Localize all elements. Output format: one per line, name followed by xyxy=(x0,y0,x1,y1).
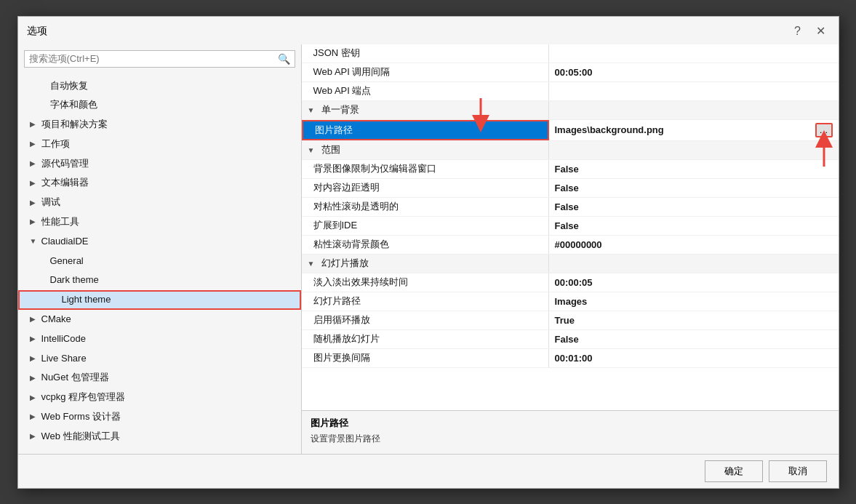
prop-row-6[interactable]: 背景图像限制为仅编辑器窗口False xyxy=(302,160,839,179)
prop-value-text: Images xyxy=(555,296,588,307)
prop-value: False xyxy=(549,217,839,235)
tree-item-label: 文本编辑器 xyxy=(41,175,89,191)
tree-item-webforms[interactable]: ▶Web Forms 设计器 xyxy=(18,407,301,427)
tree-item-label: 字体和颜色 xyxy=(50,97,97,113)
category-text: 单一背景 xyxy=(321,103,359,116)
tree-item-label: IntelliCode xyxy=(41,332,86,347)
prop-row-8[interactable]: 对粘性滚动是透明的False xyxy=(302,198,839,217)
prop-row-10[interactable]: 粘性滚动背景颜色#00000000 xyxy=(302,236,839,255)
tree-panel: 自动恢复字体和颜色▶项目和解决方案▶工作项▶源代码管理▶文本编辑器▶调试▶性能工… xyxy=(18,73,301,454)
prop-row-13[interactable]: 幻灯片路径Images xyxy=(302,292,839,311)
tree-item-intellicode[interactable]: ▶IntelliCode xyxy=(18,329,301,349)
tree-item-live-share[interactable]: ▶Live Share xyxy=(18,349,301,369)
tree-arrow: ▶ xyxy=(30,411,39,423)
prop-value-text: False xyxy=(555,183,579,193)
prop-row-12[interactable]: 淡入淡出效果持续时间00:00:05 xyxy=(302,273,839,292)
category-label: ▼范围 xyxy=(302,141,549,159)
category-text: 幻灯片播放 xyxy=(321,257,369,270)
tree-item-general[interactable]: General xyxy=(18,252,301,271)
tree-item-auto-restore[interactable]: 自动恢复 xyxy=(18,76,301,96)
tree-item-nuget[interactable]: ▶NuGet 包管理器 xyxy=(18,368,301,388)
tree-item-webperf[interactable]: ▶Web 性能测试工具 xyxy=(18,427,301,447)
prop-value: False xyxy=(549,330,839,348)
tree-item-label: 项目和解决方案 xyxy=(41,117,108,132)
prop-value: 00:01:00 xyxy=(549,349,839,367)
prop-value-text: #00000000 xyxy=(555,239,602,250)
tree-item-work-items[interactable]: ▶工作项 xyxy=(18,135,301,154)
tree-item-source-control[interactable]: ▶源代码管理 xyxy=(18,154,301,174)
tree-item-claudiaide[interactable]: ▼ClaudialDE xyxy=(18,232,301,252)
prop-value-text: False xyxy=(555,334,579,345)
tree-arrow: ▶ xyxy=(30,197,39,209)
tree-item-project-solution[interactable]: ▶项目和解决方案 xyxy=(18,115,301,135)
prop-row-1[interactable]: Web API 调用间隔00:05:00 xyxy=(302,63,839,82)
prop-row-4[interactable]: 图片路径Images\background.png… xyxy=(302,120,839,141)
dialog-title: 选项 xyxy=(27,25,47,38)
search-icon: 🔍 xyxy=(278,53,290,65)
prop-value-text: False xyxy=(555,220,579,231)
tree-item-label: General xyxy=(50,254,84,269)
help-button[interactable]: ? xyxy=(789,23,807,40)
tree-item-cmake[interactable]: ▶CMake xyxy=(18,310,301,329)
prop-row-11[interactable]: ▼幻灯片播放 xyxy=(302,255,839,273)
prop-label: 随机播放幻灯片 xyxy=(302,330,549,348)
dialog-footer: 确定 取消 xyxy=(18,454,839,488)
tree-item-light-theme[interactable]: Light theme xyxy=(18,290,301,310)
prop-value: True xyxy=(549,311,839,329)
collapse-arrow: ▼ xyxy=(308,106,315,114)
collapse-arrow: ▼ xyxy=(308,260,315,268)
tree-item-perf-tools[interactable]: ▶性能工具 xyxy=(18,212,301,232)
tree-item-text-editor[interactable]: ▶文本编辑器 xyxy=(18,173,301,193)
prop-row-16[interactable]: 图片更换间隔00:01:00 xyxy=(302,349,839,368)
info-title: 图片路径 xyxy=(311,417,830,430)
prop-row-9[interactable]: 扩展到IDEFalse xyxy=(302,217,839,236)
prop-label: 淡入淡出效果持续时间 xyxy=(302,273,549,292)
tree-item-debug[interactable]: ▶调试 xyxy=(18,193,301,212)
search-box[interactable]: 🔍 xyxy=(24,50,295,68)
prop-value: 00:00:05 xyxy=(549,273,839,292)
prop-row-7[interactable]: 对内容边距透明False xyxy=(302,179,839,198)
tree-item-label: Web 性能测试工具 xyxy=(41,429,120,444)
tree-item-label: 工作项 xyxy=(41,137,70,152)
tree-item-label: 性能工具 xyxy=(41,215,79,230)
tree-arrow: ▶ xyxy=(30,333,39,345)
tree-arrow: ▶ xyxy=(30,372,39,384)
prop-row-0[interactable]: JSON 密钥 xyxy=(302,44,839,63)
left-panel: 🔍 自动恢复字体和颜色▶项目和解决方案▶工作项▶源代码管理▶文本编辑器▶调试▶性… xyxy=(18,44,302,454)
tree-item-label: Web Forms 设计器 xyxy=(41,409,121,425)
prop-row-5[interactable]: ▼范围 xyxy=(302,141,839,160)
tree-item-vcpkg[interactable]: ▶vcpkg 程序包管理器 xyxy=(18,388,301,407)
tree-item-dark-theme[interactable]: Dark theme xyxy=(18,271,301,290)
category-text: 范围 xyxy=(321,143,340,156)
prop-value: False xyxy=(549,198,839,216)
prop-row-3[interactable]: ▼单一背景 xyxy=(302,101,839,120)
prop-label: Web API 调用间隔 xyxy=(302,63,549,81)
cancel-button[interactable]: 取消 xyxy=(769,460,827,482)
prop-value-text: 00:00:05 xyxy=(555,277,593,288)
prop-value-text: 00:01:00 xyxy=(555,353,593,364)
prop-value: False xyxy=(549,160,839,178)
tree-arrow: ▶ xyxy=(30,313,39,325)
prop-row-2[interactable]: Web API 端点 xyxy=(302,82,839,101)
prop-value[interactable]: Images\background.png… xyxy=(549,120,839,140)
props-area[interactable]: JSON 密钥Web API 调用间隔00:05:00Web API 端点▼单一… xyxy=(302,44,839,410)
prop-row-15[interactable]: 随机播放幻灯片False xyxy=(302,330,839,349)
right-panel-wrapper: JSON 密钥Web API 调用间隔00:05:00Web API 端点▼单一… xyxy=(302,44,839,454)
ok-button[interactable]: 确定 xyxy=(705,460,763,482)
prop-row-14[interactable]: 启用循环播放True xyxy=(302,311,839,330)
prop-value-text: False xyxy=(555,164,579,175)
prop-value xyxy=(549,82,839,100)
prop-value-text: True xyxy=(555,315,575,326)
tree-item-label: vcpkg 程序包管理器 xyxy=(41,390,126,405)
category-label: ▼单一背景 xyxy=(302,101,549,119)
search-input[interactable] xyxy=(29,53,278,64)
options-dialog: 选项 ? ✕ 🔍 自动恢复字体和颜色▶项目和解决方案▶工作项▶源代码管理▶文本编… xyxy=(17,16,839,489)
prop-value: False xyxy=(549,179,839,197)
info-panel: 图片路径 设置背景图片路径 xyxy=(302,410,839,454)
tree-item-label: Live Share xyxy=(41,351,87,367)
tree-item-font-color[interactable]: 字体和颜色 xyxy=(18,95,301,115)
close-button[interactable]: ✕ xyxy=(812,23,830,40)
browse-button[interactable]: … xyxy=(815,123,833,137)
tree-arrow: ▶ xyxy=(30,177,39,189)
tree-arrow: ▶ xyxy=(30,353,39,364)
